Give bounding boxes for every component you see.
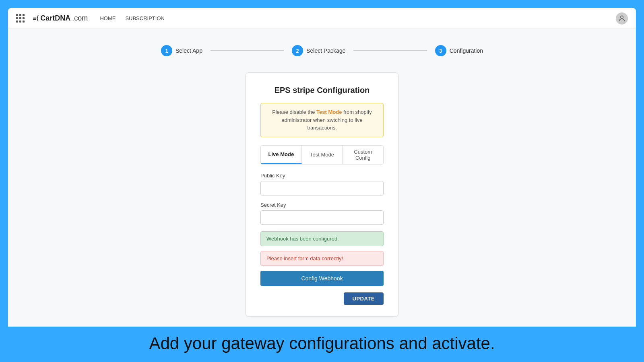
bottom-caption: Add your gateway configurations and acti… — [0, 327, 644, 362]
step-3: 3 Configuration — [435, 45, 483, 56]
step-2-label: Select Package — [306, 47, 345, 54]
caption-text: Add your gateway configurations and acti… — [149, 334, 495, 353]
secret-key-label: Secret Key — [260, 202, 384, 208]
warning-banner: Please disable the Test Mode from shopif… — [260, 103, 384, 137]
card-title: EPS stripe Configuration — [260, 86, 384, 95]
nav-subscription[interactable]: SUBSCRIPTION — [125, 15, 165, 21]
step-2-circle: 2 — [292, 45, 303, 56]
grid-menu-icon[interactable] — [16, 14, 25, 23]
configuration-card: EPS stripe Configuration Please disable … — [246, 72, 398, 317]
nav-home[interactable]: HOME — [100, 15, 116, 21]
svg-point-0 — [621, 16, 623, 19]
secret-key-group: Secret Key — [260, 202, 384, 225]
nav-links: HOME SUBSCRIPTION — [100, 15, 165, 21]
tab-live-mode[interactable]: Live Mode — [261, 146, 302, 164]
step-1-circle: 1 — [161, 45, 172, 56]
public-key-input[interactable] — [260, 181, 384, 195]
user-avatar[interactable] — [616, 12, 628, 25]
step-line-1 — [211, 50, 284, 51]
error-message: Please insert form data correctly! — [266, 255, 343, 261]
navbar: ≡⟨ CartDNA.com HOME SUBSCRIPTION — [8, 8, 636, 29]
success-banner: Webhook has been configured. — [260, 231, 384, 246]
brand-name: CartDNA — [40, 14, 70, 23]
brand-suffix: .com — [72, 14, 88, 23]
step-2: 2 Select Package — [292, 45, 345, 56]
tab-test-mode[interactable]: Test Mode — [302, 146, 343, 164]
mode-tabs: Live Mode Test Mode Custom Config — [260, 145, 384, 165]
stepper: 1 Select App 2 Select Package 3 Configur… — [161, 45, 483, 56]
step-3-label: Configuration — [450, 47, 483, 54]
config-webhook-button[interactable]: Config Webhook — [260, 271, 384, 286]
warning-text-suffix: administrator when swtching to live tran… — [281, 117, 363, 131]
tab-custom-config[interactable]: Custom Config — [343, 146, 383, 164]
step-1-label: Select App — [175, 47, 202, 54]
update-button[interactable]: UPDATE — [344, 292, 384, 305]
page-content: 1 Select App 2 Select Package 3 Configur… — [8, 29, 636, 327]
step-1: 1 Select App — [161, 45, 202, 56]
warning-text-prefix: Please disable the — [272, 109, 316, 115]
error-banner: Please insert form data correctly! — [260, 251, 384, 266]
warning-text-mid: from shopify — [342, 109, 372, 115]
public-key-label: Public Key — [260, 173, 384, 179]
warning-highlight: Test Mode — [316, 109, 342, 115]
success-message: Webhook has been configured. — [266, 236, 339, 242]
step-3-circle: 3 — [435, 45, 446, 56]
public-key-group: Public Key — [260, 173, 384, 195]
brand-logo: ≡⟨ CartDNA.com — [33, 14, 88, 23]
secret-key-input[interactable] — [260, 210, 384, 225]
brand-icon: ≡⟨ — [33, 14, 39, 22]
step-line-2 — [353, 50, 427, 51]
